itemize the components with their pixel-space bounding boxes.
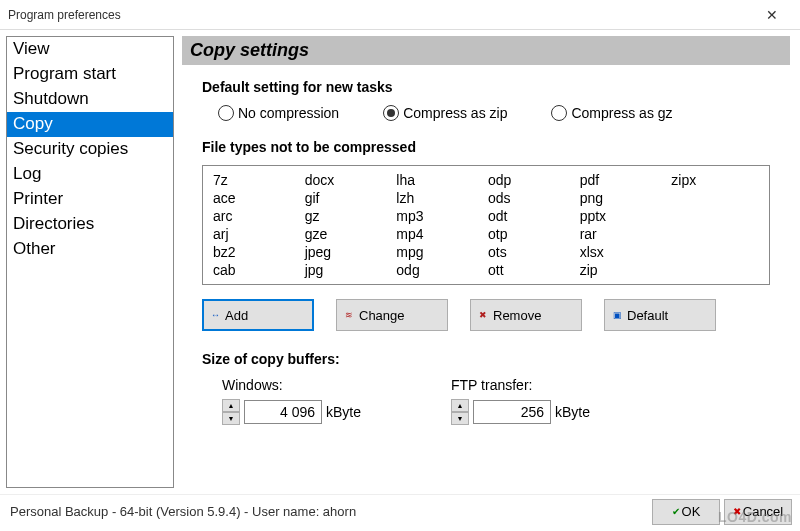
- main-area: View Program start Shutdown Copy Securit…: [0, 30, 800, 494]
- add-icon: ↔: [211, 310, 221, 320]
- filetype-cell[interactable]: cab: [213, 262, 301, 278]
- ftp-buffer-input[interactable]: [473, 400, 551, 424]
- filetype-cell[interactable]: gif: [305, 190, 393, 206]
- button-label: Change: [359, 308, 405, 323]
- filetype-cell[interactable]: arc: [213, 208, 301, 224]
- windows-spinner: ▲ ▼ kByte: [222, 399, 361, 425]
- sidebar-item-view[interactable]: View: [7, 37, 173, 62]
- change-icon: ≋: [345, 310, 355, 320]
- filetype-cell[interactable]: rar: [580, 226, 668, 242]
- windows-spinner-buttons: ▲ ▼: [222, 399, 240, 425]
- radio-no-compression[interactable]: No compression: [218, 105, 339, 121]
- remove-icon: ✖: [479, 310, 489, 320]
- button-label: OK: [682, 504, 701, 519]
- filetype-grid: 7zdocxlhaodppdfzipxacegiflzhodspngarcgzm…: [213, 172, 759, 278]
- filetypes-list[interactable]: 7zdocxlhaodppdfzipxacegiflzhodspngarcgzm…: [202, 165, 770, 285]
- section-header: Copy settings: [182, 36, 790, 65]
- sidebar-item-copy[interactable]: Copy: [7, 112, 173, 137]
- radio-compress-gz[interactable]: Compress as gz: [551, 105, 672, 121]
- buffer-row: Windows: ▲ ▼ kByte FTP transfer:: [202, 377, 770, 425]
- ftp-spinner: ▲ ▼ kByte: [451, 399, 590, 425]
- default-setting-heading: Default setting for new tasks: [202, 79, 770, 95]
- radio-icon: [383, 105, 399, 121]
- radio-icon: [551, 105, 567, 121]
- radio-label: Compress as zip: [403, 105, 507, 121]
- default-button[interactable]: ▣ Default: [604, 299, 716, 331]
- sidebar-item-shutdown[interactable]: Shutdown: [7, 87, 173, 112]
- window-title: Program preferences: [8, 8, 121, 22]
- filetype-cell[interactable]: jpg: [305, 262, 393, 278]
- filetype-cell[interactable]: jpeg: [305, 244, 393, 260]
- filetype-cell[interactable]: gze: [305, 226, 393, 242]
- filetype-cell[interactable]: pdf: [580, 172, 668, 188]
- filetype-cell[interactable]: mpg: [396, 244, 484, 260]
- filetype-cell[interactable]: [671, 244, 759, 260]
- button-label: Default: [627, 308, 668, 323]
- close-icon: ✕: [766, 7, 778, 23]
- change-button[interactable]: ≋ Change: [336, 299, 448, 331]
- content-pane: Copy settings Default setting for new ta…: [178, 30, 800, 494]
- filetype-cell[interactable]: zip: [580, 262, 668, 278]
- filetype-cell[interactable]: mp4: [396, 226, 484, 242]
- filetype-cell[interactable]: [671, 226, 759, 242]
- sidebar-item-directories[interactable]: Directories: [7, 212, 173, 237]
- filetype-cell[interactable]: [671, 208, 759, 224]
- content-body: Default setting for new tasks No compres…: [182, 65, 790, 429]
- filetype-cell[interactable]: odt: [488, 208, 576, 224]
- sidebar-item-printer[interactable]: Printer: [7, 187, 173, 212]
- sidebar-item-log[interactable]: Log: [7, 162, 173, 187]
- filetype-cell[interactable]: [671, 262, 759, 278]
- sidebar-item-other[interactable]: Other: [7, 237, 173, 262]
- filetype-cell[interactable]: png: [580, 190, 668, 206]
- close-button[interactable]: ✕: [752, 1, 792, 29]
- ftp-spin-down[interactable]: ▼: [451, 412, 469, 425]
- ftp-spin-up[interactable]: ▲: [451, 399, 469, 412]
- button-label: Cancel: [743, 504, 783, 519]
- filetype-cell[interactable]: odp: [488, 172, 576, 188]
- titlebar: Program preferences ✕: [0, 0, 800, 30]
- check-icon: ✔: [672, 506, 680, 517]
- filetype-button-row: ↔ Add ≋ Change ✖ Remove ▣ Default: [202, 299, 770, 331]
- filetype-cell[interactable]: [671, 190, 759, 206]
- filetype-cell[interactable]: lzh: [396, 190, 484, 206]
- sidebar-item-program-start[interactable]: Program start: [7, 62, 173, 87]
- windows-buffer-unit: kByte: [326, 404, 361, 420]
- bottom-bar: Personal Backup - 64-bit (Version 5.9.4)…: [0, 494, 800, 528]
- radio-compress-zip[interactable]: Compress as zip: [383, 105, 507, 121]
- filetypes-heading: File types not to be compressed: [202, 139, 770, 155]
- add-button[interactable]: ↔ Add: [202, 299, 314, 331]
- filetype-cell[interactable]: ott: [488, 262, 576, 278]
- ftp-buffer-unit: kByte: [555, 404, 590, 420]
- windows-buffer-label: Windows:: [222, 377, 361, 393]
- filetype-cell[interactable]: ots: [488, 244, 576, 260]
- filetype-cell[interactable]: pptx: [580, 208, 668, 224]
- filetype-cell[interactable]: ods: [488, 190, 576, 206]
- ftp-buffer-group: FTP transfer: ▲ ▼ kByte: [451, 377, 590, 425]
- filetype-cell[interactable]: 7z: [213, 172, 301, 188]
- filetype-cell[interactable]: ace: [213, 190, 301, 206]
- windows-spin-down[interactable]: ▼: [222, 412, 240, 425]
- filetype-cell[interactable]: xlsx: [580, 244, 668, 260]
- filetype-cell[interactable]: odg: [396, 262, 484, 278]
- windows-buffer-input[interactable]: [244, 400, 322, 424]
- filetype-cell[interactable]: zipx: [671, 172, 759, 188]
- dialog-buttons: ✔ OK ✖ Cancel: [652, 499, 792, 525]
- filetype-cell[interactable]: arj: [213, 226, 301, 242]
- ftp-buffer-label: FTP transfer:: [451, 377, 590, 393]
- remove-button[interactable]: ✖ Remove: [470, 299, 582, 331]
- sidebar-item-security-copies[interactable]: Security copies: [7, 137, 173, 162]
- compression-radio-group: No compression Compress as zip Compress …: [202, 105, 770, 121]
- filetype-cell[interactable]: docx: [305, 172, 393, 188]
- ok-button[interactable]: ✔ OK: [652, 499, 720, 525]
- cancel-button[interactable]: ✖ Cancel: [724, 499, 792, 525]
- default-icon: ▣: [613, 310, 623, 320]
- cross-icon: ✖: [733, 506, 741, 517]
- filetype-cell[interactable]: mp3: [396, 208, 484, 224]
- filetype-cell[interactable]: gz: [305, 208, 393, 224]
- windows-spin-up[interactable]: ▲: [222, 399, 240, 412]
- button-label: Add: [225, 308, 248, 323]
- filetype-cell[interactable]: lha: [396, 172, 484, 188]
- filetype-cell[interactable]: bz2: [213, 244, 301, 260]
- filetype-cell[interactable]: otp: [488, 226, 576, 242]
- ftp-spinner-buttons: ▲ ▼: [451, 399, 469, 425]
